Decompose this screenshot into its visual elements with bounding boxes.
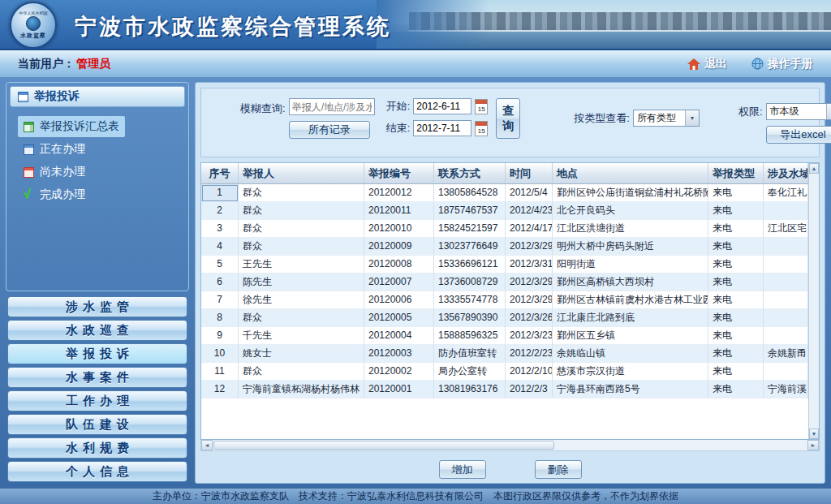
table-cell: 姚女士 [239, 345, 364, 363]
nav-button[interactable]: 涉水监管 [7, 296, 187, 317]
table-cell: 宁海前溪 [764, 381, 808, 398]
logout-button[interactable]: 退出 [687, 57, 727, 71]
sidebar-item[interactable]: 尚未办理 [18, 162, 91, 183]
table-row[interactable]: 11群众20120002局办公室转2012/2/10慈溪市宗汉街道来电 [201, 363, 808, 381]
table-cell: 8 [201, 309, 239, 327]
summary-table-icon [24, 122, 34, 132]
table-cell: 20120011 [364, 202, 434, 220]
table-cell: 20120004 [364, 327, 434, 345]
table-cell [764, 309, 808, 327]
end-date-label: 结束: [386, 121, 411, 136]
delete-button[interactable]: 删除 [535, 460, 582, 479]
column-header[interactable]: 举报类型 [708, 163, 764, 183]
table-row[interactable]: 1群众20120012138058645282012/5/4鄞州区钟公庙街道铜盆… [201, 184, 808, 202]
table-cell: 13335574778 [434, 291, 506, 309]
sidebar-item[interactable]: 举报投诉汇总表 [18, 116, 125, 137]
column-header[interactable]: 联系方式 [434, 163, 506, 183]
table-cell: 江北康庄北路到底 [553, 309, 708, 327]
column-header[interactable]: 序号 [201, 163, 239, 183]
table-cell: 鄞州区钟公庙街道铜盆浦村礼花桥附近 [553, 184, 708, 202]
table-row[interactable]: 8群众20120005135678903902012/3/26江北康庄北路到底来… [201, 309, 808, 327]
table-cell: 王先生 [239, 256, 364, 274]
table-row[interactable]: 10姚女士20120003防办值班室转2012/2/23余姚临山镇来电余姚新甬 [201, 345, 808, 363]
table-cell: 阳明街道 [553, 256, 708, 274]
column-header[interactable]: 涉及水域 [764, 163, 808, 183]
table-cell: 20120002 [364, 363, 434, 381]
horizontal-scrollbar[interactable]: ◄ ► [200, 440, 820, 451]
table-cell: 20120012 [364, 184, 434, 202]
sidebar-item-label: 尚未办理 [40, 165, 85, 179]
table-cell: 20120010 [364, 220, 434, 238]
table-cell: 4 [201, 238, 239, 256]
table-cell: 2012/2/23 [506, 345, 553, 363]
end-calendar-icon[interactable]: 15 [475, 121, 488, 136]
table-row[interactable]: 7徐先生20120006133355747782012/3/29鄞州区古林镇前虞… [201, 291, 808, 309]
table-row[interactable]: 12宁海前童镇柘湖杨村杨伟林20120001130819631762012/2/… [201, 381, 808, 398]
table-cell: 来电 [708, 220, 764, 238]
table-cell: 20120009 [364, 238, 434, 256]
table-cell: 13736008729 [434, 274, 506, 291]
table-cell: 12 [201, 381, 239, 398]
type-select[interactable]: 所有类型 ▼ [633, 110, 700, 127]
nav-button[interactable]: 水政巡查 [7, 320, 187, 341]
table-cell: 来电 [708, 238, 764, 256]
table-cell: 来电 [708, 309, 764, 327]
permission-select[interactable]: 市本级 ▼ [766, 103, 831, 120]
vertical-scrollbar[interactable]: ▲ ▼ [808, 163, 819, 439]
nav-button[interactable]: 水利规费 [7, 437, 187, 459]
column-header[interactable]: 举报人 [239, 163, 364, 183]
nav-button[interactable]: 工作办理 [7, 390, 187, 411]
table-row[interactable]: 3群众20120010158245215972012/4/17江北区洪塘街道来电… [201, 220, 808, 238]
table-cell: 20120003 [364, 345, 434, 363]
scroll-down-icon[interactable]: ▼ [809, 429, 819, 439]
manual-button[interactable]: 操作手册 [751, 57, 813, 71]
sidebar-item[interactable]: 正在办理 [18, 139, 91, 160]
scroll-up-icon[interactable]: ▲ [809, 163, 819, 174]
table-row[interactable]: 6陈先生20120007137360087292012/3/29鄞州区高桥镇大西… [201, 274, 808, 291]
logout-label: 退出 [704, 57, 727, 71]
fuzzy-query-input[interactable] [289, 98, 375, 115]
type-filter-label: 按类型查看: [574, 111, 630, 126]
table-cell: 鄞州区五乡镇 [553, 327, 708, 345]
scroll-left-icon[interactable]: ◄ [201, 440, 213, 450]
scrollbar-thumb[interactable] [213, 441, 554, 450]
nav-button[interactable]: 个人信息 [7, 461, 187, 482]
table-cell: 20120006 [364, 291, 434, 309]
export-excel-button[interactable]: 导出excel [766, 126, 831, 144]
table-cell: 13805864528 [434, 184, 506, 202]
logo-top-text: 中华人民共和国 [19, 11, 48, 15]
table-cell: 来电 [708, 363, 764, 381]
table-row[interactable]: 5王先生20120008153366961212012/3/31阳明街道来电 [201, 256, 808, 274]
end-date-input[interactable] [413, 120, 471, 136]
table-row[interactable]: 2群众20120011187574675372012/4/23北仑开良码头来电 [201, 202, 808, 220]
table-cell: 20120007 [364, 274, 434, 291]
search-button[interactable]: 查询 [496, 98, 520, 139]
column-header[interactable]: 时间 [506, 163, 553, 183]
all-records-button[interactable]: 所有记录 [289, 121, 370, 139]
start-calendar-icon[interactable]: 15 [475, 99, 488, 114]
sidebar-item[interactable]: 完成办理 [18, 184, 91, 205]
start-date-input[interactable] [413, 98, 471, 114]
table-cell: 20120005 [364, 309, 434, 327]
table-header-row: 序号举报人举报编号联系方式时间地点举报类型涉及水域 [201, 163, 808, 184]
table-cell: 11 [201, 363, 239, 381]
column-header[interactable]: 举报编号 [364, 163, 434, 183]
nav-button[interactable]: 水事案件 [7, 367, 187, 388]
table-cell: 来电 [708, 291, 764, 309]
table-row[interactable]: 4群众20120009130237766492012/3/29明州大桥中房码头附… [201, 238, 808, 256]
column-header[interactable]: 地点 [553, 163, 708, 183]
table-cell: 宁海县环南西路5号 [553, 381, 708, 398]
permission-select-value: 市本级 [767, 105, 826, 118]
table-cell: 余姚新甬 [764, 345, 808, 363]
logo-emblem-icon [26, 16, 41, 31]
nav-button[interactable]: 举报投诉 [7, 343, 187, 364]
add-button[interactable]: 增加 [439, 460, 486, 479]
complaints-table: 序号举报人举报编号联系方式时间地点举报类型涉及水域 1群众20120012138… [200, 162, 820, 440]
table-cell: 2012/2/10 [506, 363, 553, 381]
table-row[interactable]: 9千先生20120004158885963252012/3/23鄞州区五乡镇来电 [201, 327, 808, 345]
scroll-right-icon[interactable]: ► [807, 440, 819, 450]
sidebar-panel-title[interactable]: 举报投诉 [10, 86, 185, 107]
nav-button[interactable]: 队伍建设 [7, 414, 187, 435]
table-cell: 慈溪市宗汉街道 [553, 363, 708, 381]
table-cell: 余姚临山镇 [553, 345, 708, 363]
